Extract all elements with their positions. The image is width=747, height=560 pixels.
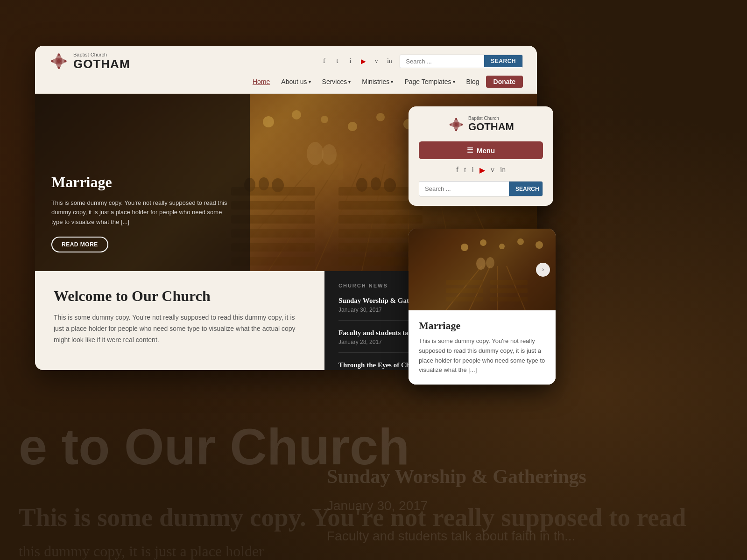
svg-point-8	[321, 116, 328, 123]
svg-point-51	[499, 244, 505, 249]
logo[interactable]: Baptist Church GOTHAM	[49, 51, 130, 71]
menu-label: Menu	[477, 147, 495, 154]
twitter-icon[interactable]: t	[332, 56, 342, 66]
popup-slide-card: › Marriage This is some dummy copy. You'…	[409, 229, 556, 385]
welcome-section: Welcome to Our Church This is some dummy…	[35, 271, 324, 370]
logo-text: Baptist Church GOTHAM	[73, 52, 130, 71]
popup-logo-row: Baptist Church GOTHAM	[448, 116, 514, 133]
svg-point-44	[455, 118, 457, 119]
nav-home[interactable]: Home	[248, 76, 275, 87]
main-nav: Home About us▾ Services▾ Ministries▾ Pag…	[49, 74, 523, 90]
read-more-button[interactable]: READ MORE	[51, 237, 108, 252]
header-top-row: Baptist Church GOTHAM f t i ▶ v in SEARC…	[49, 51, 523, 71]
welcome-text: This is some dummy copy. You're not real…	[54, 312, 306, 345]
nav-services[interactable]: Services▾	[317, 76, 356, 87]
slide-text: This is some dummy copy. You're not real…	[419, 336, 545, 375]
bg-faculty-text: Faculty and students talk about faith in…	[327, 529, 575, 544]
nav-ministries[interactable]: Ministries▾	[357, 76, 398, 87]
svg-point-4	[51, 60, 54, 63]
svg-point-46	[450, 123, 451, 125]
slide-title: Marriage	[419, 320, 545, 332]
slide-content: Marriage This is some dummy copy. You're…	[409, 310, 556, 385]
hero-overlay: Marriage This is some dummy copy. You're…	[35, 94, 250, 271]
hamburger-icon: ☰	[467, 146, 473, 154]
svg-point-10	[376, 113, 385, 121]
nav-about[interactable]: About us▾	[276, 76, 315, 87]
svg-point-47	[461, 123, 463, 125]
svg-point-9	[348, 122, 357, 131]
svg-point-5	[64, 60, 67, 63]
welcome-title: Welcome to Our Church	[54, 287, 306, 305]
svg-point-34	[259, 177, 269, 190]
popup-linkedin-icon[interactable]: in	[500, 166, 506, 175]
svg-point-35	[272, 178, 284, 192]
popup-search-button[interactable]: SEARCH	[509, 182, 543, 196]
slide-next-button[interactable]: ›	[536, 263, 550, 277]
svg-rect-59	[446, 288, 483, 293]
svg-point-43	[455, 123, 458, 126]
nav-blog[interactable]: Blog	[462, 76, 484, 87]
logo-tagline: Baptist Church	[73, 52, 130, 57]
svg-point-1	[57, 59, 61, 63]
bg-small-text: this dummy copy, it is just a place hold…	[19, 543, 264, 560]
svg-point-6	[263, 116, 274, 127]
popup-mobile-menu-card: Baptist Church GOTHAM ☰ Menu f t i ▶ v i…	[409, 106, 553, 206]
site-header: Baptist Church GOTHAM f t i ▶ v in SEARC…	[35, 46, 537, 94]
popup-logo-text-group: Baptist Church GOTHAM	[468, 116, 514, 133]
svg-point-65	[486, 257, 494, 268]
nav-donate[interactable]: Donate	[486, 76, 523, 88]
popup-twitter-icon[interactable]: t	[464, 166, 466, 175]
menu-button[interactable]: ☰ Menu	[419, 141, 543, 159]
svg-point-45	[455, 129, 457, 131]
slide-svg	[409, 229, 556, 310]
popup-search-input[interactable]	[419, 182, 509, 196]
svg-rect-63	[490, 297, 528, 301]
search-box: SEARCH	[400, 55, 523, 68]
search-button[interactable]: SEARCH	[484, 55, 522, 67]
youtube-icon[interactable]: ▶	[359, 56, 368, 66]
svg-rect-29	[338, 215, 423, 224]
svg-rect-61	[490, 280, 528, 285]
svg-point-2	[58, 54, 60, 56]
svg-point-36	[356, 178, 367, 192]
bg-news-date: January 30, 2017	[327, 498, 428, 513]
linkedin-icon[interactable]: in	[385, 56, 394, 66]
svg-point-37	[371, 177, 381, 190]
svg-point-52	[517, 238, 524, 245]
svg-point-38	[384, 178, 396, 192]
popup-search-box: SEARCH	[419, 181, 543, 196]
popup-social-icons: f t i ▶ v in	[419, 166, 543, 175]
popup-logo-big: GOTHAM	[468, 121, 514, 133]
svg-point-41	[322, 144, 337, 165]
hero-title: Marriage	[51, 174, 233, 191]
popup-instagram-icon[interactable]: i	[472, 166, 473, 175]
svg-point-40	[307, 142, 324, 165]
svg-point-64	[476, 258, 486, 270]
svg-rect-62	[490, 288, 528, 293]
popup-logo-area: Baptist Church GOTHAM	[419, 116, 543, 133]
svg-rect-60	[446, 297, 483, 301]
popup-facebook-icon[interactable]: f	[456, 166, 458, 175]
nav-page-templates[interactable]: Page Templates▾	[400, 76, 459, 87]
svg-point-50	[480, 239, 486, 246]
vimeo-icon[interactable]: v	[372, 56, 381, 66]
svg-point-49	[461, 244, 468, 251]
instagram-icon[interactable]: i	[345, 56, 355, 66]
svg-point-3	[58, 67, 60, 69]
svg-point-53	[536, 241, 543, 249]
search-input[interactable]	[400, 55, 484, 68]
facebook-icon[interactable]: f	[319, 56, 329, 66]
svg-point-7	[292, 110, 301, 119]
svg-rect-58	[446, 280, 483, 285]
bg-news-headline: Sunday Worship & Gatherings	[327, 465, 586, 488]
popup-vimeo-icon[interactable]: v	[491, 166, 494, 175]
logo-name: GOTHAM	[73, 57, 130, 71]
popup-logo-icon	[448, 116, 465, 133]
popup-youtube-icon[interactable]: ▶	[479, 166, 485, 175]
logo-icon	[49, 51, 69, 71]
popup-logo-small: Baptist Church	[468, 116, 514, 121]
social-icons-group: f t i ▶ v in	[319, 56, 394, 66]
slide-image: ›	[409, 229, 556, 310]
hero-description: This is some dummy copy. You're not real…	[51, 198, 233, 227]
